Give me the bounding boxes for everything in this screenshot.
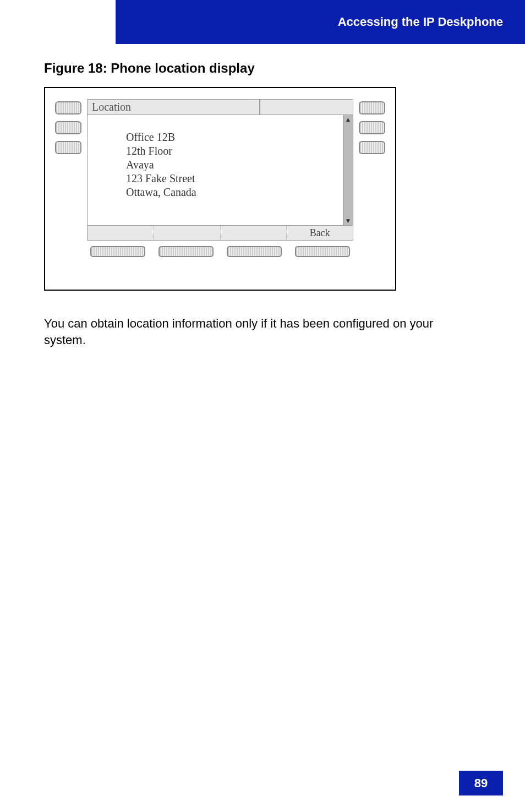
location-line: Avaya	[126, 158, 343, 172]
location-line: Office 12B	[126, 130, 343, 144]
phone-screen: Location Office 12B 12th Floor Avaya 123…	[87, 99, 353, 257]
body-paragraph: You can obtain location information only…	[44, 315, 462, 348]
header-bar: Accessing the IP Deskphone	[116, 0, 525, 44]
screen-body: Office 12B 12th Floor Avaya 123 Fake Str…	[88, 115, 343, 225]
screen-title-blank	[260, 99, 353, 115]
side-key	[359, 121, 385, 134]
location-line: 12th Floor	[126, 144, 343, 158]
location-line: 123 Fake Street	[126, 172, 343, 186]
scrollbar: ▲ ▼	[343, 115, 353, 225]
side-key	[359, 141, 385, 154]
page-number: 89	[459, 771, 503, 795]
softkey-3	[221, 226, 287, 240]
softkey-2	[154, 226, 221, 240]
screen-title: Location	[87, 99, 260, 115]
side-key	[55, 121, 81, 134]
right-side-keys	[359, 99, 385, 154]
softkey-4-back: Back	[287, 226, 353, 240]
figure-box: Location Office 12B 12th Floor Avaya 123…	[44, 87, 396, 291]
figure-caption: Figure 18: Phone location display	[44, 61, 484, 76]
bottom-key	[295, 246, 350, 257]
bottom-keys	[87, 246, 353, 257]
bottom-key	[158, 246, 214, 257]
bottom-key	[90, 246, 145, 257]
page-content: Figure 18: Phone location display Locati…	[44, 61, 484, 348]
left-side-keys	[55, 99, 81, 154]
scroll-up-icon: ▲	[345, 116, 352, 123]
softkey-row: Back	[87, 225, 353, 241]
side-key	[55, 101, 81, 115]
scroll-down-icon: ▼	[345, 217, 352, 224]
side-key	[55, 141, 81, 154]
location-line: Ottawa, Canada	[126, 186, 343, 199]
phone-layout: Location Office 12B 12th Floor Avaya 123…	[55, 99, 385, 257]
bottom-key	[227, 246, 282, 257]
side-key	[359, 101, 385, 115]
header-title: Accessing the IP Deskphone	[338, 15, 503, 29]
softkey-1	[88, 226, 154, 240]
